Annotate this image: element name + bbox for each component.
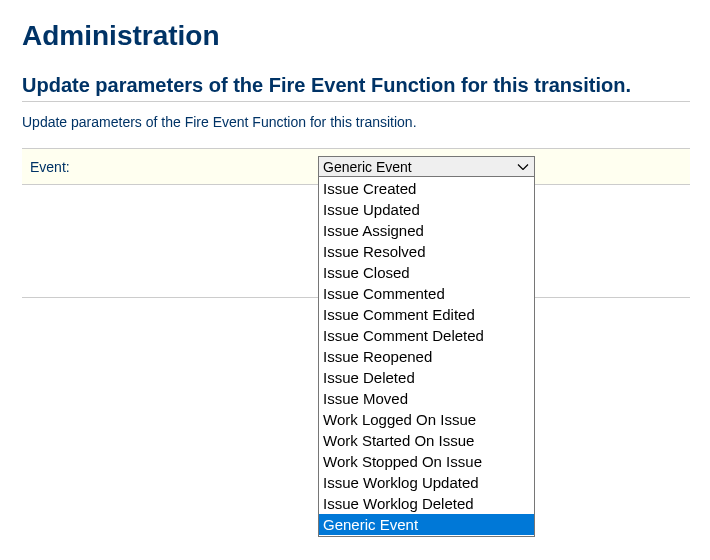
page-title: Administration <box>22 20 690 52</box>
chevron-down-icon <box>517 164 529 170</box>
event-select[interactable]: Generic Event <box>318 156 535 177</box>
event-option[interactable]: Issue Commented <box>319 283 534 304</box>
event-option[interactable]: Issue Worklog Deleted <box>319 493 534 514</box>
event-option[interactable]: Issue Comment Edited <box>319 304 534 325</box>
event-dropdown-list: Issue CreatedIssue UpdatedIssue Assigned… <box>318 177 535 537</box>
event-option[interactable]: Issue Moved <box>319 388 534 409</box>
event-option[interactable]: Issue Resolved <box>319 241 534 262</box>
event-form-row: Event: Generic Event Issue CreatedIssue … <box>22 148 690 185</box>
event-option[interactable]: Issue Created <box>319 178 534 199</box>
event-option[interactable]: Issue Deleted <box>319 367 534 388</box>
event-option[interactable]: Work Stopped On Issue <box>319 451 534 472</box>
event-label: Event: <box>30 159 318 175</box>
event-option[interactable]: Issue Reopened <box>319 346 534 367</box>
event-option[interactable]: Issue Closed <box>319 262 534 283</box>
event-option[interactable]: Generic Event <box>319 514 534 535</box>
section-title: Update parameters of the Fire Event Func… <box>22 74 690 102</box>
description-text: Update parameters of the Fire Event Func… <box>22 114 690 130</box>
event-option[interactable]: Work Logged On Issue <box>319 409 534 430</box>
event-select-wrapper: Generic Event Issue CreatedIssue Updated… <box>318 156 535 177</box>
event-option[interactable]: Issue Assigned <box>319 220 534 241</box>
form-container: Event: Generic Event Issue CreatedIssue … <box>22 148 690 298</box>
event-option[interactable]: Issue Comment Deleted <box>319 325 534 346</box>
event-select-value: Generic Event <box>323 159 412 175</box>
event-option[interactable]: Issue Updated <box>319 199 534 220</box>
event-option[interactable]: Issue Worklog Updated <box>319 472 534 493</box>
event-option[interactable]: Work Started On Issue <box>319 430 534 451</box>
